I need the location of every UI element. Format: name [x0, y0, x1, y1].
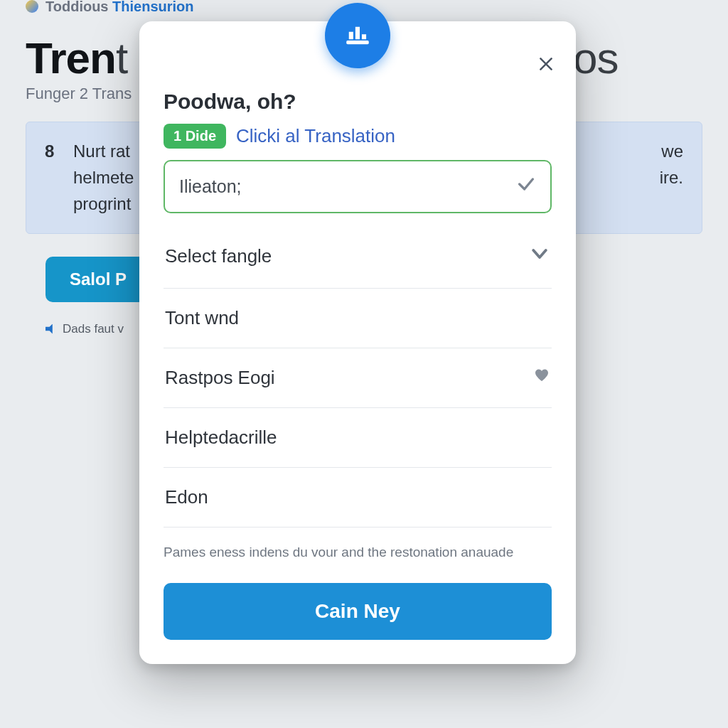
primary-action-button[interactable]: Cain Ney — [164, 583, 552, 640]
banner-number: 8 — [45, 138, 60, 218]
option-tont-wnd[interactable]: Tont wnd — [164, 289, 552, 348]
audio-label: Dads faut v — [63, 322, 124, 336]
option-list: Select fangle Tont wnd Rastpos Eogi Help… — [164, 222, 552, 528]
option-label: Select fangle — [165, 245, 272, 267]
brand-logo-icon — [26, 0, 38, 13]
option-label: Helptedacrille — [165, 427, 277, 449]
option-rastpos-eogi[interactable]: Rastpos Eogi — [164, 348, 552, 408]
selection-input[interactable]: Ilieaton; — [164, 160, 552, 213]
selection-value: Ilieaton; — [179, 176, 242, 197]
svg-rect-1 — [349, 32, 353, 40]
speaker-icon — [46, 324, 55, 334]
title-strong: Tren — [26, 33, 116, 82]
svg-rect-3 — [362, 34, 366, 39]
action-button[interactable]: Salol P — [46, 257, 151, 302]
tagline-link[interactable]: Clicki al Translation — [236, 125, 395, 147]
svg-rect-2 — [355, 27, 360, 40]
banner-l2b: ire. — [660, 164, 683, 191]
option-edon[interactable]: Edon — [164, 468, 552, 528]
title-thin: t — [116, 33, 127, 82]
heart-icon — [533, 367, 550, 389]
svg-rect-0 — [346, 41, 369, 44]
chart-icon — [343, 21, 373, 50]
option-label: Rastpos Eogi — [165, 367, 275, 389]
option-select-fangle[interactable]: Select fangle — [164, 222, 552, 289]
modal-dialog: Poodwa, oh? 1 Dide Clicki al Translation… — [139, 21, 576, 664]
check-icon — [516, 174, 536, 199]
brand-left: Toddious — [46, 0, 109, 14]
banner-l2a: helmete — [73, 164, 134, 191]
banner-l1a: Nurt rat — [73, 138, 130, 164]
modal-badge-icon — [325, 3, 390, 68]
status-chip: 1 Dide — [164, 124, 226, 149]
option-helptedacrille[interactable]: Helptedacrille — [164, 408, 552, 468]
helper-text: Pames eness indens du vour and the resto… — [164, 545, 552, 560]
modal-tagline-row: 1 Dide Clicki al Translation — [164, 124, 552, 149]
brand-text: Toddious Thiensurion — [46, 0, 194, 15]
option-label: Edon — [165, 486, 208, 508]
chevron-down-icon — [529, 243, 550, 269]
close-button[interactable] — [532, 50, 560, 78]
banner-l1b: we — [661, 138, 683, 164]
option-label: Tont wnd — [165, 307, 239, 329]
brand-right: Thiensurion — [112, 0, 193, 14]
close-icon — [537, 55, 555, 73]
title-tail: os — [573, 33, 618, 83]
